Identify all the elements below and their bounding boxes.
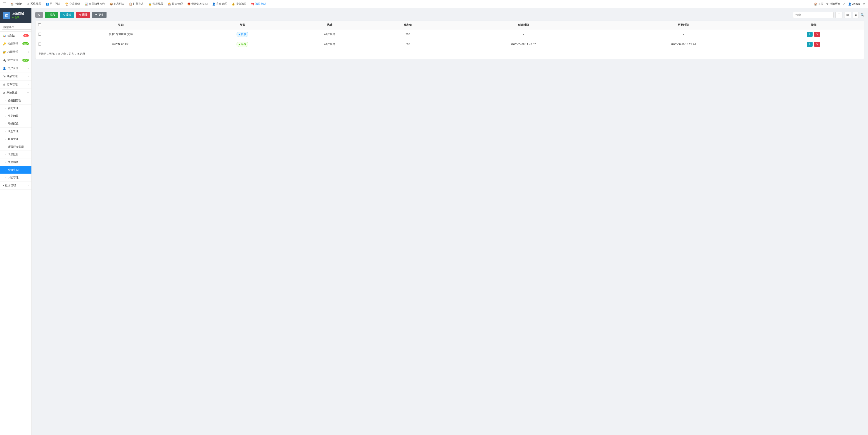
sidebar-item-system-settings[interactable]: ⚙ 系统设置 ∨ bbox=[0, 89, 31, 97]
sidebar-item-permission[interactable]: 🔑 常规管理 new bbox=[0, 40, 31, 48]
nav-product-list[interactable]: 📦 商品列表 bbox=[107, 0, 126, 8]
refresh-icon: ↻ bbox=[38, 13, 40, 17]
home-nav-icon: 🏠 bbox=[814, 2, 817, 6]
top-nav-right: 🏠 主页 🗑 清除缓存 ⤢ 👤 Admin ⏻ bbox=[814, 2, 865, 6]
chart-icon: 📊 bbox=[85, 2, 88, 6]
sidebar-sub-invite[interactable]: ▪ 邀请好友奖励 bbox=[0, 143, 31, 151]
select-all-checkbox[interactable] bbox=[38, 23, 41, 26]
sidebar-item-order-mgmt[interactable]: 🖨 订单管理 ‹ bbox=[0, 81, 31, 89]
sidebar-item-plugin[interactable]: 🔌 插件管理 new bbox=[0, 56, 31, 64]
invite-dot-icon: ▪ bbox=[5, 145, 6, 148]
search-input[interactable] bbox=[793, 12, 834, 18]
search-input[interactable] bbox=[2, 25, 32, 30]
nav-lottery-value[interactable]: 💰 抽盒福值 bbox=[230, 0, 248, 8]
product-icon: 🛍 bbox=[3, 75, 5, 78]
sidebar-sub-welfare-reward[interactable]: ▪ 福值奖励 bbox=[0, 166, 31, 174]
sidebar-sub-region[interactable]: ▪ 大区管理 bbox=[0, 174, 31, 181]
arrow-icon-user: ‹ bbox=[28, 67, 29, 69]
delete-button[interactable]: 🗑 删除 bbox=[76, 12, 90, 18]
col-reward: 奖励 bbox=[44, 21, 197, 29]
admin-profile[interactable]: 👤 Admin bbox=[848, 2, 860, 6]
list-view-button[interactable]: ☰ bbox=[835, 12, 842, 18]
nav-system-config[interactable]: ⚙ 系统配置 bbox=[25, 0, 43, 8]
config-dot-icon: ▪ bbox=[5, 122, 6, 125]
arrow-icon-product: ‹ bbox=[28, 75, 29, 78]
home-link[interactable]: 🏠 主页 bbox=[814, 2, 824, 6]
nav-invite-friends[interactable]: 🎁 邀请好友奖励 bbox=[185, 0, 210, 8]
type-dot-1 bbox=[239, 44, 240, 45]
nav-order-list[interactable]: 📋 订单列表 bbox=[127, 0, 146, 8]
sidebar-sub-news[interactable]: ▪ 新闻管理 bbox=[0, 105, 31, 112]
toolbar-right: ☰ ⊞ ≡ 🔍 bbox=[793, 12, 864, 18]
sidebar-item-product-mgmt[interactable]: 🛍 商品管理 ‹ bbox=[0, 72, 31, 81]
nav-lottery-mgmt[interactable]: 🎰 抽盒管理 bbox=[166, 0, 185, 8]
sidebar-item-access-control[interactable]: 🔐 权限管理 ‹ bbox=[0, 48, 31, 56]
type-dot-0 bbox=[239, 34, 240, 35]
col-type: 类型 bbox=[197, 21, 287, 29]
delete-row-button-0[interactable]: ✕ bbox=[814, 32, 820, 37]
nav-welfare-reward[interactable]: 🎀 福值奖励 bbox=[249, 0, 268, 8]
grid-view-button[interactable]: ⊞ bbox=[844, 12, 851, 18]
edit-row-button-1[interactable]: ✎ bbox=[807, 42, 813, 47]
sidebar-item-user-mgmt[interactable]: 👤 用户管理 ‹ bbox=[0, 64, 31, 72]
nav-dashboard[interactable]: 🏠 控制台 bbox=[9, 0, 24, 8]
money-icon: 💰 bbox=[231, 2, 235, 6]
edit-button[interactable]: ✎ 编辑 bbox=[60, 12, 74, 18]
lock-icon: 🔒 bbox=[148, 2, 152, 6]
sidebar-item-data-mgmt[interactable]: ▪ 数据管理 ‹ bbox=[0, 181, 31, 190]
nav-member-level[interactable]: 🏆 会员等级 bbox=[63, 0, 82, 8]
hamburger-menu[interactable]: ☰ bbox=[3, 2, 6, 6]
sidebar-sub-customer[interactable]: ▪ 客服管理 bbox=[0, 135, 31, 143]
arrow-icon: ‹ bbox=[28, 51, 29, 53]
news-dot-icon: ▪ bbox=[5, 107, 6, 110]
sidebar-item-dashboard[interactable]: 📊 控制台 hot bbox=[0, 32, 31, 40]
row-desc-1: 碎片奖励 bbox=[287, 39, 372, 49]
row-actions-0: ✎ ✕ bbox=[763, 29, 864, 39]
delete-row-button-1[interactable]: ✕ bbox=[814, 42, 820, 47]
welfare-dot-icon: ▪ bbox=[5, 168, 6, 172]
column-toggle-button[interactable]: ≡ bbox=[853, 12, 859, 18]
plus-icon: + bbox=[48, 13, 49, 17]
search-submit-button[interactable]: 🔍 bbox=[861, 13, 864, 17]
new-badge: new bbox=[22, 42, 29, 45]
clipboard-icon: 📋 bbox=[129, 2, 132, 6]
sidebar-sub-carousel[interactable]: ▪ 轮播图管理 bbox=[0, 97, 31, 105]
row-select-0[interactable] bbox=[38, 33, 41, 35]
data-table: 奖励 类型 描述 福利值 创建时间 更新时间 操作 皮肤: 奇遇舞童 艾琳 皮肤 bbox=[35, 21, 864, 49]
sidebar-sub-normal-config[interactable]: ▪ 常规配置 bbox=[0, 120, 31, 128]
more-button[interactable]: ▼ 更多 bbox=[92, 12, 106, 18]
gear-icon: ⚙ bbox=[27, 2, 30, 6]
arrow-icon-data: ‹ bbox=[28, 184, 29, 187]
fullscreen-button[interactable]: ⤢ bbox=[843, 2, 845, 6]
col-action: 操作 bbox=[763, 21, 864, 29]
sidebar-title-wrap: 皮肤商城 ● 在线 bbox=[12, 12, 24, 19]
row-updated-1: 2022-06-16 14:27:24 bbox=[603, 39, 763, 49]
pagination-info: 显示第 1 到第 2 条记录，总共 2 条记录 bbox=[35, 49, 864, 59]
sidebar-logo: 皮 bbox=[3, 12, 10, 19]
row-welfare-0: 700 bbox=[372, 29, 443, 39]
sidebar-sub-lottery[interactable]: ▪ 抽盒管理 bbox=[0, 128, 31, 135]
logout-button[interactable]: ⏻ bbox=[863, 2, 865, 6]
row-select-1[interactable] bbox=[38, 42, 41, 46]
nav-customer-mgmt[interactable]: 👤 客服管理 bbox=[210, 0, 229, 8]
row-updated-0: - bbox=[603, 29, 763, 39]
edit-icon: ✎ bbox=[63, 13, 65, 17]
dashboard-icon: 📊 bbox=[3, 34, 6, 37]
toolbar: ↻ + 添加 ✎ 编辑 🗑 删除 ▼ 更多 ☰ ⊞ ≡ bbox=[35, 12, 864, 18]
add-button[interactable]: + 添加 bbox=[45, 12, 58, 18]
nav-permission-config[interactable]: 🔒 常规配置 bbox=[147, 0, 165, 8]
clear-cache-button[interactable]: 🗑 清除缓存 bbox=[826, 2, 840, 6]
ribbon-icon: 🎀 bbox=[251, 2, 254, 6]
access-icon: 🔐 bbox=[3, 51, 6, 54]
main-layout: 皮 皮肤商城 ● 在线 🔍 📊 控制台 hot 🔑 常规管理 bbox=[0, 8, 868, 435]
select-all-header bbox=[35, 21, 44, 29]
region-dot-icon: ▪ bbox=[5, 176, 6, 179]
nav-member-count[interactable]: 📊 会员抽奖次数 bbox=[83, 0, 107, 8]
nav-user-list[interactable]: 👥 用户列表 bbox=[44, 0, 62, 8]
sidebar-store-name: 皮肤商城 bbox=[12, 12, 24, 16]
sidebar-sub-scroll[interactable]: ▪ 滚屏数据 bbox=[0, 151, 31, 158]
edit-row-button-0[interactable]: ✎ bbox=[807, 32, 813, 37]
refresh-button[interactable]: ↻ bbox=[35, 12, 43, 18]
sidebar-sub-faq[interactable]: ▪ 常见问题 bbox=[0, 112, 31, 120]
sidebar-sub-lottery-value[interactable]: ▪ 抽盒福值 bbox=[0, 158, 31, 166]
